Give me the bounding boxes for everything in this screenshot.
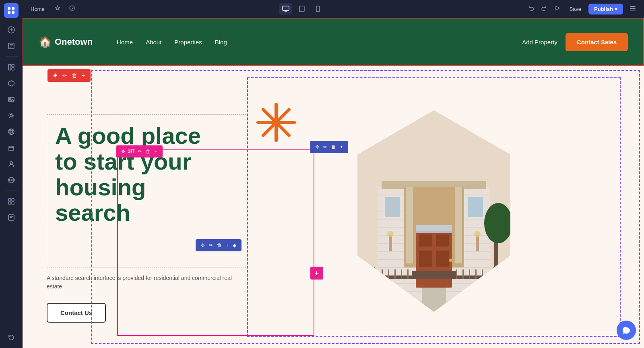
nav-link-home[interactable]: Home xyxy=(117,39,133,46)
mobile-view-btn[interactable] xyxy=(312,3,324,14)
nav-add-icon[interactable]: + xyxy=(80,72,87,79)
add-section-icon[interactable] xyxy=(4,23,19,37)
svg-line-103 xyxy=(516,267,522,276)
svg-rect-86 xyxy=(388,269,389,279)
refresh-icon[interactable] xyxy=(4,330,19,345)
tablet-view-btn[interactable] xyxy=(295,3,308,14)
nav-link-about[interactable]: About xyxy=(146,39,161,46)
media-icon[interactable] xyxy=(4,92,19,107)
seo-icon[interactable] xyxy=(4,124,19,139)
svg-point-21 xyxy=(10,129,12,135)
sidebar xyxy=(0,0,23,348)
undo-icon[interactable] xyxy=(526,3,536,14)
components-icon[interactable] xyxy=(4,76,19,91)
preview-icon[interactable] xyxy=(552,3,562,14)
svg-point-41 xyxy=(318,10,318,11)
rcol-delete-icon[interactable]: 🗑 xyxy=(330,143,337,151)
logo-house-icon: 🏠 xyxy=(39,36,52,48)
col-delete-icon[interactable]: 🗑 xyxy=(216,242,223,249)
home-tab[interactable]: Home xyxy=(27,4,48,14)
section-move-icon[interactable]: ✥ xyxy=(120,148,126,155)
hero-title-line1: A good place xyxy=(55,122,201,149)
section-delete-icon[interactable]: 🗑 xyxy=(144,148,152,155)
rcol-move-icon[interactable]: ✥ xyxy=(314,143,320,151)
svg-rect-67 xyxy=(419,251,432,267)
svg-rect-66 xyxy=(436,234,449,246)
layout-icon[interactable] xyxy=(4,60,19,75)
svg-marker-14 xyxy=(8,81,14,86)
svg-point-25 xyxy=(8,179,10,181)
svg-rect-92 xyxy=(469,269,470,279)
blog-icon[interactable] xyxy=(4,210,19,225)
svg-rect-84 xyxy=(374,267,375,279)
svg-point-39 xyxy=(301,10,302,11)
svg-rect-97 xyxy=(422,288,446,312)
members-icon[interactable] xyxy=(4,157,19,171)
svg-point-69 xyxy=(449,259,452,262)
history-icon[interactable] xyxy=(67,3,77,14)
svg-rect-12 xyxy=(12,64,14,67)
redo-icon[interactable] xyxy=(539,3,549,14)
svg-rect-1 xyxy=(12,7,14,10)
right-col-toolbar: ✥ ✏ 🗑 + xyxy=(310,141,348,153)
settings-icon[interactable] xyxy=(4,108,19,123)
svg-rect-95 xyxy=(493,267,494,279)
svg-rect-2 xyxy=(8,11,10,14)
hero-cta-button[interactable]: Contact Us xyxy=(47,303,106,323)
col-add-icon[interactable]: + xyxy=(225,242,230,249)
svg-rect-89 xyxy=(407,269,409,279)
contact-sales-button[interactable]: Contact Sales xyxy=(566,33,628,51)
section-toolbar: ✥ 3/7 ✏ 🗑 + xyxy=(116,145,163,157)
main-area: Home xyxy=(23,0,644,348)
publish-button[interactable]: Publish ▾ xyxy=(588,4,623,14)
svg-rect-71 xyxy=(406,187,413,263)
hero-right-column xyxy=(248,78,620,336)
hero-section: ✥ 3/7 ✏ 🗑 + ✥ ✏ 🗑 + ✥ ✏ xyxy=(23,66,644,348)
save-button[interactable]: Save xyxy=(565,4,585,14)
svg-rect-13 xyxy=(12,68,14,70)
col-extra-icon[interactable]: ◆ xyxy=(231,242,237,249)
section-add-icon[interactable]: + xyxy=(153,148,159,155)
svg-rect-27 xyxy=(8,199,11,201)
nav-edit-icon[interactable]: ✏ xyxy=(61,72,68,79)
site-navigation: 🏠 Onetown Home About Properties Blog Add… xyxy=(23,18,644,66)
topbar-center xyxy=(82,3,522,14)
svg-rect-3 xyxy=(12,11,14,14)
billing-icon[interactable] xyxy=(4,141,19,155)
section-count: 3/7 xyxy=(128,149,135,154)
rcol-add-icon[interactable]: + xyxy=(339,143,344,151)
svg-point-26 xyxy=(13,179,14,181)
publish-chevron: ▾ xyxy=(615,6,617,12)
desktop-view-btn[interactable] xyxy=(279,3,292,14)
nav-link-properties[interactable]: Properties xyxy=(174,39,202,46)
logo-text: Onetown xyxy=(55,37,93,47)
svg-point-99 xyxy=(484,203,512,243)
section-edit-icon[interactable]: ✏ xyxy=(136,148,143,155)
hero-left-column: A good place to start your housing searc… xyxy=(47,78,248,336)
chat-bubble[interactable] xyxy=(617,321,636,340)
pin-icon[interactable] xyxy=(53,3,62,14)
nav-delete-icon[interactable]: 🗑 xyxy=(70,72,78,79)
house-image-svg xyxy=(341,106,526,316)
nav-toolbar-overlay: ✥ ✏ 🗑 + xyxy=(47,69,91,82)
widgets-icon[interactable] xyxy=(4,194,19,209)
svg-rect-11 xyxy=(8,64,11,70)
apps-grid-icon[interactable] xyxy=(4,3,19,18)
add-property-link[interactable]: Add Property xyxy=(522,39,557,46)
col-edit-icon[interactable]: ✏ xyxy=(208,242,214,249)
nav-move-icon[interactable]: ✥ xyxy=(52,72,59,79)
nav-link-blog[interactable]: Blog xyxy=(215,39,227,46)
pages-icon[interactable] xyxy=(4,39,19,53)
svg-point-100 xyxy=(502,267,518,284)
add-element-button[interactable]: + xyxy=(310,267,323,280)
topbar: Home xyxy=(23,0,644,18)
svg-rect-90 xyxy=(456,269,457,279)
svg-rect-75 xyxy=(476,235,479,251)
rcol-edit-icon[interactable]: ✏ xyxy=(322,143,328,151)
integrations-icon[interactable] xyxy=(4,173,19,187)
col-move-icon[interactable]: ✥ xyxy=(200,242,206,249)
hamburger-menu-icon[interactable]: ☰ xyxy=(626,3,639,15)
svg-rect-94 xyxy=(482,269,483,279)
svg-rect-28 xyxy=(12,199,14,201)
svg-rect-91 xyxy=(462,269,464,279)
